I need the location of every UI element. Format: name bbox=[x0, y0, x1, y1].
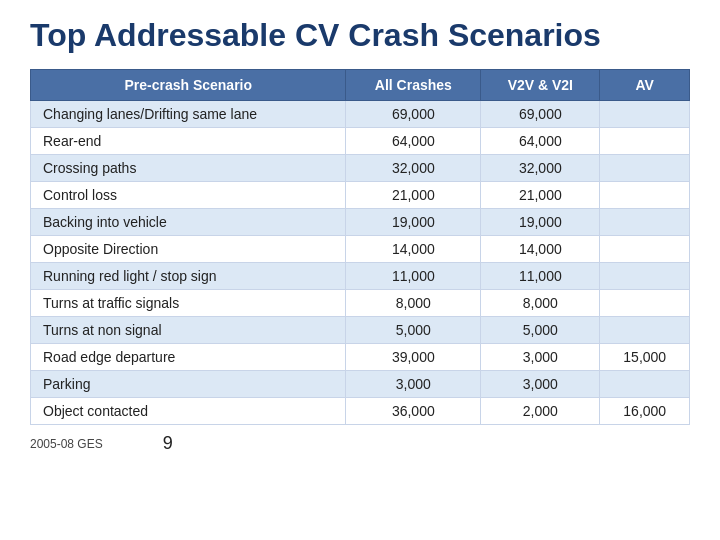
table-cell-5-3 bbox=[600, 236, 690, 263]
table-cell-11-0: Object contacted bbox=[31, 398, 346, 425]
table-cell-5-1: 14,000 bbox=[346, 236, 481, 263]
table-row: Backing into vehicle19,00019,000 bbox=[31, 209, 690, 236]
table-cell-2-1: 32,000 bbox=[346, 155, 481, 182]
col-header-all-crashes: All Crashes bbox=[346, 70, 481, 101]
col-header-av: AV bbox=[600, 70, 690, 101]
table-cell-10-2: 3,000 bbox=[481, 371, 600, 398]
table-cell-0-3 bbox=[600, 101, 690, 128]
table-cell-6-2: 11,000 bbox=[481, 263, 600, 290]
table-cell-0-2: 69,000 bbox=[481, 101, 600, 128]
table-cell-4-1: 19,000 bbox=[346, 209, 481, 236]
footer: 2005-08 GES 9 bbox=[30, 433, 690, 454]
table-cell-10-0: Parking bbox=[31, 371, 346, 398]
table-cell-11-2: 2,000 bbox=[481, 398, 600, 425]
table-cell-8-1: 5,000 bbox=[346, 317, 481, 344]
table-cell-7-0: Turns at traffic signals bbox=[31, 290, 346, 317]
table-row: Rear-end64,00064,000 bbox=[31, 128, 690, 155]
table-cell-7-2: 8,000 bbox=[481, 290, 600, 317]
table-cell-2-2: 32,000 bbox=[481, 155, 600, 182]
table-cell-9-0: Road edge departure bbox=[31, 344, 346, 371]
table-cell-0-1: 69,000 bbox=[346, 101, 481, 128]
table-cell-3-1: 21,000 bbox=[346, 182, 481, 209]
table-row: Parking3,0003,000 bbox=[31, 371, 690, 398]
table-cell-1-0: Rear-end bbox=[31, 128, 346, 155]
table-cell-9-2: 3,000 bbox=[481, 344, 600, 371]
table-cell-4-2: 19,000 bbox=[481, 209, 600, 236]
table-cell-4-3 bbox=[600, 209, 690, 236]
table-cell-10-3 bbox=[600, 371, 690, 398]
table-cell-9-3: 15,000 bbox=[600, 344, 690, 371]
table-cell-6-3 bbox=[600, 263, 690, 290]
table-cell-11-3: 16,000 bbox=[600, 398, 690, 425]
table-row: Crossing paths32,00032,000 bbox=[31, 155, 690, 182]
table-row: Turns at traffic signals8,0008,000 bbox=[31, 290, 690, 317]
table-row: Opposite Direction14,00014,000 bbox=[31, 236, 690, 263]
table-cell-8-0: Turns at non signal bbox=[31, 317, 346, 344]
table-cell-1-3 bbox=[600, 128, 690, 155]
table-cell-9-1: 39,000 bbox=[346, 344, 481, 371]
table-cell-6-0: Running red light / stop sign bbox=[31, 263, 346, 290]
table-cell-3-2: 21,000 bbox=[481, 182, 600, 209]
table-row: Changing lanes/Drifting same lane69,0006… bbox=[31, 101, 690, 128]
page-title: Top Addressable CV Crash Scenarios bbox=[30, 18, 690, 53]
table-cell-7-1: 8,000 bbox=[346, 290, 481, 317]
source-label: 2005-08 GES bbox=[30, 437, 103, 451]
crash-scenarios-table: Pre-crash Scenario All Crashes V2V & V2I… bbox=[30, 69, 690, 425]
table-cell-6-1: 11,000 bbox=[346, 263, 481, 290]
table-header-row: Pre-crash Scenario All Crashes V2V & V2I… bbox=[31, 70, 690, 101]
table-cell-8-2: 5,000 bbox=[481, 317, 600, 344]
table-cell-5-2: 14,000 bbox=[481, 236, 600, 263]
table-cell-3-3 bbox=[600, 182, 690, 209]
table-row: Road edge departure39,0003,00015,000 bbox=[31, 344, 690, 371]
table-cell-0-0: Changing lanes/Drifting same lane bbox=[31, 101, 346, 128]
table-cell-3-0: Control loss bbox=[31, 182, 346, 209]
table-row: Object contacted36,0002,00016,000 bbox=[31, 398, 690, 425]
table-cell-7-3 bbox=[600, 290, 690, 317]
table-row: Turns at non signal5,0005,000 bbox=[31, 317, 690, 344]
table-cell-1-1: 64,000 bbox=[346, 128, 481, 155]
table-cell-2-3 bbox=[600, 155, 690, 182]
table-row: Control loss21,00021,000 bbox=[31, 182, 690, 209]
table-cell-8-3 bbox=[600, 317, 690, 344]
col-header-v2v: V2V & V2I bbox=[481, 70, 600, 101]
table-cell-2-0: Crossing paths bbox=[31, 155, 346, 182]
table-cell-4-0: Backing into vehicle bbox=[31, 209, 346, 236]
page: Top Addressable CV Crash Scenarios Pre-c… bbox=[0, 0, 720, 540]
table-cell-5-0: Opposite Direction bbox=[31, 236, 346, 263]
col-header-scenario: Pre-crash Scenario bbox=[31, 70, 346, 101]
table-cell-11-1: 36,000 bbox=[346, 398, 481, 425]
table-row: Running red light / stop sign11,00011,00… bbox=[31, 263, 690, 290]
table-cell-10-1: 3,000 bbox=[346, 371, 481, 398]
table-cell-1-2: 64,000 bbox=[481, 128, 600, 155]
page-number: 9 bbox=[163, 433, 173, 454]
